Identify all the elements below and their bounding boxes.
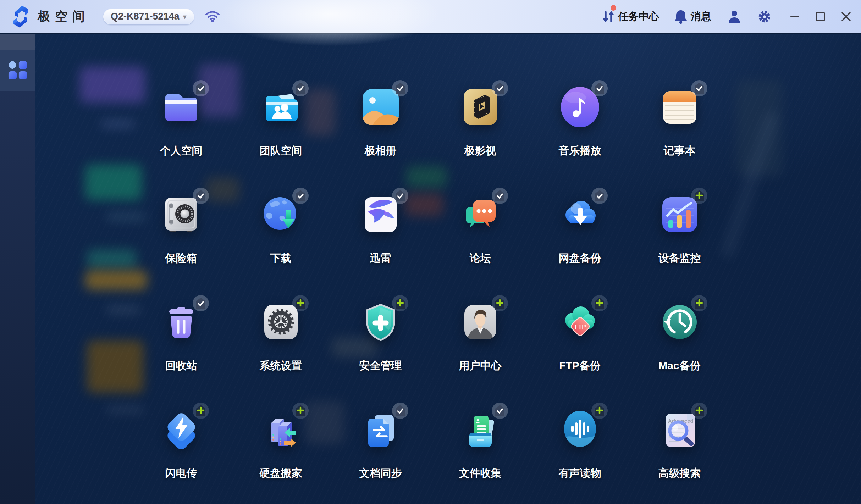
check-badge-icon (392, 187, 409, 204)
sidebar-item-app-launcher[interactable] (0, 50, 35, 91)
user-center-icon[interactable] (459, 300, 502, 344)
doc-sync-icon[interactable] (359, 408, 402, 451)
app-grid: 个人空间 团队空间 极相册 极影视 音乐播放 记事本 (131, 64, 729, 494)
system-settings-icon[interactable] (259, 300, 303, 344)
disk-migration-icon[interactable] (259, 408, 303, 451)
user-account-button[interactable] (728, 10, 741, 24)
download-icon[interactable] (259, 193, 303, 236)
app-tile-download[interactable]: 下载 (231, 172, 331, 279)
check-badge-icon (392, 402, 409, 419)
app-tile-device-monitor[interactable]: 设备监控 (630, 172, 729, 279)
app-tile-lightning-transfer[interactable]: 闪电传 (131, 387, 231, 494)
app-tile-file-collect[interactable]: 文件收集 (430, 387, 530, 494)
check-badge-icon (491, 80, 508, 97)
app-label: 记事本 (616, 144, 744, 158)
plus-badge-icon (192, 402, 209, 419)
app-tile-safe-box[interactable]: 保险箱 (131, 172, 231, 279)
plus-badge-icon (691, 402, 708, 419)
wifi-icon[interactable] (205, 10, 220, 24)
settings-button[interactable] (757, 10, 772, 24)
thunder-icon[interactable] (359, 193, 402, 236)
app-tile-doc-sync[interactable]: 文档同步 (331, 387, 430, 494)
plus-badge-icon (491, 295, 508, 312)
personal-space-icon[interactable] (160, 85, 203, 129)
device-monitor-icon[interactable] (658, 193, 701, 236)
app-tile-advanced-search[interactable]: Advanced 高级搜索 (630, 387, 729, 494)
app-tile-notepad[interactable]: 记事本 (630, 64, 729, 172)
minimize-button[interactable] (790, 10, 799, 23)
check-badge-icon (392, 80, 409, 97)
security-manage-icon[interactable] (359, 300, 402, 344)
maximize-button[interactable] (816, 10, 825, 23)
mac-backup-icon[interactable] (658, 300, 701, 344)
cloud-backup-icon[interactable] (558, 193, 602, 236)
background-blur-shape (736, 80, 782, 176)
app-tile-mac-backup[interactable]: Mac备份 (630, 279, 729, 387)
check-badge-icon (292, 80, 309, 97)
check-badge-icon (491, 187, 508, 204)
app-label: 设备监控 (616, 251, 744, 266)
task-center-label: 任务中心 (618, 10, 659, 24)
app-tile-user-center[interactable]: 用户中心 (430, 279, 530, 387)
check-badge-icon (292, 187, 309, 204)
app-tile-personal-space[interactable]: 个人空间 (131, 64, 231, 172)
plus-badge-icon (591, 295, 608, 312)
notepad-icon[interactable] (658, 85, 701, 129)
team-space-icon[interactable] (259, 85, 303, 129)
music-player-icon[interactable] (558, 85, 602, 129)
task-center-button[interactable]: 任务中心 (602, 9, 659, 24)
advanced-search-icon[interactable]: Advanced (658, 408, 701, 451)
close-icon (841, 12, 851, 22)
check-badge-icon (691, 80, 708, 97)
safe-box-icon[interactable] (160, 193, 203, 236)
close-button[interactable] (841, 10, 851, 23)
app-tile-cloud-backup[interactable]: 网盘备份 (530, 172, 630, 279)
app-tile-ftp-backup[interactable]: FTP FTP备份 (530, 279, 630, 387)
window-controls (790, 10, 855, 23)
app-title: 极空间 (38, 8, 90, 25)
app-tile-recycle-bin[interactable]: 回收站 (131, 279, 231, 387)
title-bar: 极空间 Q2-K871-5214a ▾ (0, 0, 861, 34)
device-name: Q2-K871-5214a (111, 11, 180, 22)
forum-icon[interactable] (459, 193, 502, 236)
check-badge-icon (491, 402, 508, 419)
app-launcher-panel: 个人空间 团队空间 极相册 极影视 音乐播放 记事本 (35, 34, 861, 504)
sidebar-top-strip (0, 34, 35, 50)
messages-button[interactable]: 消息 (674, 9, 711, 24)
app-tile-movies[interactable]: 极影视 (430, 64, 530, 172)
titlebar-actions: 任务中心 消息 (602, 0, 861, 33)
app-tile-music-player[interactable]: 音乐播放 (530, 64, 630, 172)
plus-badge-icon (691, 295, 708, 312)
chevron-down-icon: ▾ (183, 12, 187, 21)
app-label: Mac备份 (616, 359, 744, 373)
app-tile-audiobook[interactable]: 有声读物 (530, 387, 630, 494)
plus-badge-icon (591, 402, 608, 419)
gear-icon (757, 10, 772, 24)
plus-badge-icon (292, 295, 309, 312)
zspace-logo-icon (10, 5, 32, 28)
app-tile-disk-migration[interactable]: 硬盘搬家 (231, 387, 331, 494)
recycle-bin-icon[interactable] (160, 300, 203, 344)
apps-grid-icon (8, 60, 28, 80)
notification-dot (611, 5, 616, 11)
device-selector[interactable]: Q2-K871-5214a ▾ (103, 9, 194, 24)
app-logo: 极空间 (10, 5, 90, 28)
app-tile-security-manage[interactable]: 安全管理 (331, 279, 430, 387)
app-tile-thunder[interactable]: 迅雷 (331, 172, 430, 279)
ftp-backup-icon[interactable]: FTP (558, 300, 602, 344)
check-badge-icon (192, 80, 209, 97)
transfer-arrows-icon (602, 9, 615, 24)
app-tile-team-space[interactable]: 团队空间 (231, 64, 331, 172)
background-blur-shape (101, 121, 135, 127)
check-badge-icon (591, 187, 608, 204)
lightning-transfer-icon[interactable] (160, 408, 203, 451)
file-collect-icon[interactable] (459, 408, 502, 451)
messages-label: 消息 (691, 10, 711, 24)
check-badge-icon (591, 80, 608, 97)
app-tile-system-settings[interactable]: 系统设置 (231, 279, 331, 387)
photo-album-icon[interactable] (359, 85, 402, 129)
audiobook-icon[interactable] (558, 408, 602, 451)
movies-icon[interactable] (459, 85, 502, 129)
app-tile-forum[interactable]: 论坛 (430, 172, 530, 279)
app-tile-photo-album[interactable]: 极相册 (331, 64, 430, 172)
